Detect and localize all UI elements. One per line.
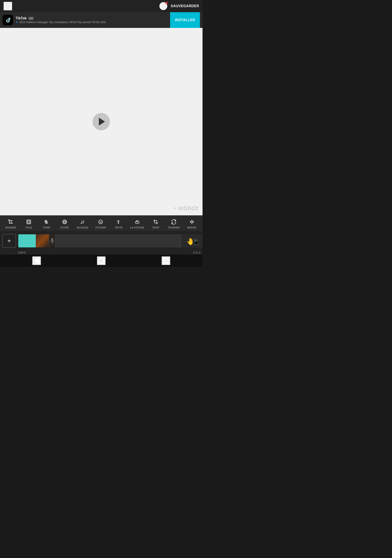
- ad-subtitle-text: 2018 meilleurs mélanges Top compilations…: [19, 21, 106, 24]
- miroir-label: MIROIR: [187, 226, 196, 229]
- home-system-button[interactable]: [97, 256, 106, 265]
- filtre-label: FILTRE: [60, 226, 69, 229]
- tool-item-vitesse[interactable]: LA VITESSE: [130, 219, 144, 229]
- musique-icon: [80, 219, 85, 225]
- svg-point-13: [101, 221, 102, 222]
- home-circle-icon: [98, 258, 104, 264]
- texte-label: TEXTE: [115, 226, 123, 229]
- svg-text:T: T: [117, 220, 120, 225]
- tool-item-filtre[interactable]: FILTRE: [58, 219, 71, 229]
- vitesse-label: LA VITESSE: [130, 226, 144, 229]
- install-button[interactable]: INSTALLER: [170, 12, 200, 28]
- ad-app-icon: [3, 15, 13, 25]
- top-bar-left: ←: [3, 2, 12, 10]
- vitesse-icon: [135, 219, 140, 225]
- ad-app-name: TikTok: [16, 16, 26, 20]
- microphone-svg: [50, 238, 54, 244]
- miroir-icon: [189, 219, 195, 225]
- svg-point-3: [12, 220, 12, 221]
- clip-teal: [18, 234, 36, 247]
- tool-item-miroir[interactable]: MIROIR: [185, 219, 198, 229]
- watermark-icon: ✦: [174, 206, 177, 211]
- watermark: ✦ InShOt: [174, 205, 198, 212]
- help-question-icon: ?: [162, 4, 164, 8]
- tool-item-toile[interactable]: TOILE: [22, 219, 35, 229]
- filtre-icon: [62, 219, 67, 225]
- tool-item-musique[interactable]: MUSIQUE: [76, 219, 89, 229]
- tool-item-tourner[interactable]: TOURNER: [167, 219, 180, 229]
- save-button[interactable]: SAUVEGARDER: [171, 4, 199, 8]
- recent-square-icon: [163, 258, 168, 263]
- bottom-toolbar: ROGNERTOILEFONDFILTREMUSIQUESTICKERTTEXT…: [0, 215, 203, 231]
- crop-icon: [153, 219, 158, 225]
- svg-point-2: [9, 223, 10, 224]
- clip-long: [55, 234, 181, 247]
- rogner-label: ROGNER: [5, 226, 16, 229]
- rogner-icon: [8, 219, 13, 225]
- sticker-icon: [98, 219, 103, 225]
- toile-label: TOILE: [25, 226, 32, 229]
- tourner-icon: [171, 219, 176, 225]
- toile-icon: [26, 219, 31, 225]
- watermark-text: InShOt: [178, 205, 198, 212]
- system-nav-bar: [0, 255, 203, 267]
- tool-item-fond[interactable]: FOND: [40, 219, 53, 229]
- clip-thumbnail-1: [36, 234, 49, 247]
- play-triangle-icon: [99, 118, 105, 126]
- clip-thumbnail-2: [49, 234, 55, 247]
- tiktok-logo: [3, 15, 13, 25]
- svg-point-12: [100, 221, 100, 222]
- fond-icon: [44, 219, 49, 225]
- svg-text:📱: 📱: [192, 238, 198, 245]
- svg-rect-5: [28, 221, 30, 223]
- clip-right: 🤚 📱: [181, 234, 203, 247]
- fond-label: FOND: [43, 226, 50, 229]
- help-notification-dot: [165, 2, 168, 4]
- tool-item-sticker[interactable]: STICKER: [94, 219, 107, 229]
- ad-title-row: TikTok AD: [16, 16, 168, 20]
- svg-point-16: [137, 222, 138, 223]
- sticker-label: STICKER: [95, 226, 106, 229]
- top-bar-right: ? SAUVEGARDER: [159, 2, 199, 10]
- svg-rect-4: [27, 220, 31, 224]
- play-button[interactable]: [93, 113, 110, 130]
- ad-banner: TikTok AD ► 2018 meilleurs mélanges Top …: [0, 12, 203, 28]
- ad-label-badge: AD: [28, 17, 34, 20]
- crop-label: CROP: [152, 226, 159, 229]
- tool-item-rogner[interactable]: ROGNER: [4, 219, 17, 229]
- add-clip-button[interactable]: +: [2, 234, 16, 248]
- video-preview-area: ✦ InShOt: [0, 28, 203, 215]
- back-arrow-icon: ←: [5, 3, 10, 9]
- time-end: 2:11.3: [193, 251, 200, 254]
- tool-item-crop[interactable]: CROP: [149, 219, 162, 229]
- recent-apps-button[interactable]: [162, 256, 170, 265]
- time-start: 0:00.0: [2, 251, 26, 254]
- gesture-svg: 🤚 📱: [185, 235, 198, 246]
- ad-text-block: TikTok AD ► 2018 meilleurs mélanges Top …: [16, 16, 168, 24]
- back-system-button[interactable]: [32, 256, 41, 265]
- back-button[interactable]: ←: [3, 2, 12, 10]
- ad-play-icon: ►: [16, 20, 18, 24]
- clip-thumb-image: [36, 234, 49, 247]
- tools-row: ROGNERTOILEFONDFILTREMUSIQUESTICKERTTEXT…: [0, 219, 203, 229]
- svg-point-11: [99, 220, 102, 224]
- texte-icon: T: [116, 219, 121, 225]
- musique-label: MUSIQUE: [77, 226, 88, 229]
- timeline-area: + 🤚 📱: [0, 231, 203, 251]
- help-button[interactable]: ?: [159, 2, 167, 10]
- tiktok-svg-icon: [4, 16, 12, 24]
- tool-item-texte[interactable]: TTEXTE: [112, 219, 125, 229]
- timeline-track[interactable]: 🤚 📱: [18, 233, 203, 248]
- back-triangle-icon: [34, 258, 39, 264]
- tourner-label: TOURNER: [168, 226, 180, 229]
- time-labels: 0:00.0 2:11.3: [0, 251, 203, 255]
- top-bar: ← ? SAUVEGARDER: [0, 0, 203, 12]
- svg-rect-22: [52, 238, 53, 241]
- clip-right-content: 🤚 📱: [185, 235, 198, 246]
- ad-subtitle-row: ► 2018 meilleurs mélanges Top compilatio…: [16, 20, 168, 24]
